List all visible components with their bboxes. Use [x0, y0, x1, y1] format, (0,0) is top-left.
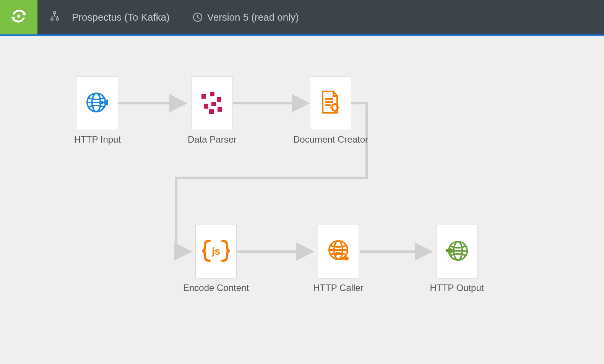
version-indicator[interactable]: Version 5 (read only) [193, 11, 299, 23]
svg-rect-20 [204, 104, 208, 109]
node-label: HTTP Output [430, 283, 484, 293]
svg-rect-47 [446, 249, 451, 252]
svg-line-35 [337, 104, 338, 105]
version-label: Version 5 (read only) [207, 11, 299, 23]
svg-line-33 [337, 110, 338, 110]
svg-text:js: js [211, 245, 220, 257]
globe-arrow-icon [84, 89, 111, 117]
svg-point-3 [54, 11, 56, 14]
node-http-input[interactable]: HTTP Input [77, 76, 118, 130]
svg-point-5 [56, 18, 58, 20]
node-encode-content[interactable]: js Encode Content [195, 225, 237, 278]
svg-point-4 [51, 18, 53, 20]
node-label: Data Parser [188, 134, 237, 145]
svg-rect-16 [99, 101, 103, 104]
svg-point-2 [17, 15, 20, 18]
svg-rect-23 [218, 107, 222, 112]
svg-line-32 [332, 104, 333, 105]
flow-title: Prospectus (To Kafka) [72, 11, 170, 23]
header-bar: Prospectus (To Kafka) Version 5 (read on… [0, 0, 604, 34]
svg-rect-42 [340, 257, 347, 260]
svg-rect-19 [217, 97, 221, 102]
svg-rect-40 [336, 253, 343, 255]
svg-marker-43 [346, 256, 349, 261]
node-document-creator[interactable]: Document Creator [310, 76, 351, 130]
document-gear-icon [317, 89, 344, 117]
js-braces-icon: js [201, 239, 231, 265]
node-label: Encode Content [183, 283, 249, 293]
globe-arrow-green-icon [443, 237, 470, 266]
hierarchy-button[interactable] [37, 0, 72, 34]
clock-icon [193, 12, 203, 22]
node-http-output[interactable]: HTTP Output [436, 225, 477, 278]
globe-arrows-icon [325, 237, 352, 266]
svg-line-34 [332, 110, 333, 110]
svg-rect-22 [209, 109, 214, 114]
node-data-parser[interactable]: Data Parser [192, 76, 233, 130]
canvas-wrap: HTTP Input Data Parser [0, 34, 604, 364]
svg-rect-17 [201, 94, 206, 99]
node-label: HTTP Input [74, 134, 121, 145]
parser-icon [200, 90, 224, 116]
app-logo[interactable] [0, 0, 37, 34]
svg-rect-21 [211, 102, 216, 106]
flow-canvas[interactable]: HTTP Input Data Parser [4, 40, 600, 360]
node-label: Document Creator [293, 134, 368, 145]
node-label: HTTP Caller [313, 283, 364, 293]
refresh-icon [10, 7, 28, 28]
svg-rect-18 [210, 92, 214, 96]
app-root: Prospectus (To Kafka) Version 5 (read on… [0, 0, 604, 364]
hierarchy-icon [49, 10, 60, 24]
node-http-caller[interactable]: HTTP Caller [318, 225, 359, 278]
